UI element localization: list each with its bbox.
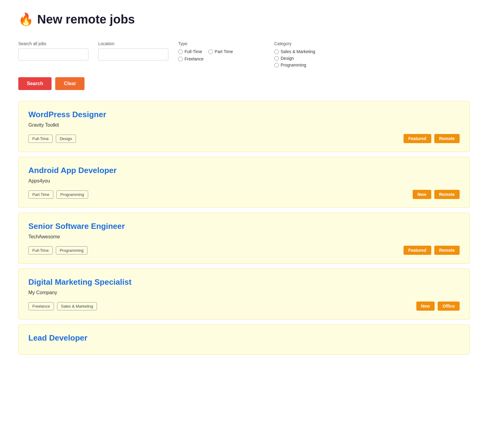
- job-card: WordPress DesignerGravity ToolkitFull-Ti…: [18, 101, 470, 152]
- category-filter-group: Category Sales & Marketing Design Progra…: [274, 41, 315, 67]
- job-tag: Part Time: [28, 190, 53, 199]
- job-tags: Part TimeProgramming: [28, 190, 88, 199]
- search-section: Search all jobs Location Type Full-Time …: [18, 41, 470, 67]
- job-tag: Full-Time: [28, 246, 53, 255]
- job-title[interactable]: Android App Developer: [28, 166, 460, 175]
- job-badge-remote[interactable]: Remote: [434, 134, 460, 143]
- job-tag: Freelance: [28, 302, 54, 310]
- type-filter-label: Type: [178, 41, 264, 46]
- job-company: Apps4you: [28, 178, 460, 184]
- clear-button[interactable]: Clear: [55, 77, 84, 90]
- type-parttime-label: Part Time: [215, 49, 233, 54]
- job-badge-featured[interactable]: Featured: [404, 134, 431, 143]
- category-programming-option[interactable]: Programming: [274, 63, 315, 67]
- search-jobs-input[interactable]: [18, 49, 88, 60]
- job-title[interactable]: Lead Developer: [28, 333, 460, 343]
- category-filter-label: Category: [274, 41, 315, 46]
- page-header: 🔥 New remote jobs: [18, 12, 470, 27]
- category-programming-radio[interactable]: [274, 63, 279, 67]
- job-badge-remote[interactable]: Remote: [434, 190, 460, 199]
- search-button[interactable]: Search: [18, 77, 52, 90]
- job-card: Lead Developer: [18, 324, 470, 355]
- category-sales-radio[interactable]: [274, 49, 279, 54]
- job-tag: Full-Time: [28, 135, 53, 143]
- fire-icon: 🔥: [18, 12, 34, 27]
- job-footer: FreelanceSales & MarketingNewOffice: [28, 302, 460, 311]
- search-location-input[interactable]: [98, 49, 168, 60]
- job-list: WordPress DesignerGravity ToolkitFull-Ti…: [18, 101, 470, 355]
- job-badges: FeaturedRemote: [404, 246, 460, 255]
- type-fulltime-label: Full-Time: [185, 49, 202, 54]
- job-tag: Programming: [56, 190, 88, 199]
- category-design-label: Design: [281, 56, 294, 61]
- type-radio-options: Full-Time Part Time Freelance: [178, 49, 264, 61]
- type-freelance-radio[interactable]: [178, 57, 183, 61]
- search-location-label: Location: [98, 41, 168, 46]
- job-footer: Part TimeProgrammingNewRemote: [28, 190, 460, 199]
- job-tags: Full-TimeProgramming: [28, 246, 88, 255]
- job-badges: FeaturedRemote: [404, 134, 460, 143]
- type-freelance-option[interactable]: Freelance: [178, 56, 264, 61]
- job-tag: Design: [56, 135, 76, 143]
- job-title[interactable]: Digital Marketing Specialist: [28, 277, 460, 287]
- job-badge-new[interactable]: New: [416, 302, 435, 311]
- job-tags: FreelanceSales & Marketing: [28, 302, 97, 310]
- type-freelance-label: Freelance: [185, 56, 203, 61]
- category-options: Sales & Marketing Design Programming: [274, 49, 315, 67]
- button-row: Search Clear: [18, 77, 470, 90]
- category-sales-option[interactable]: Sales & Marketing: [274, 49, 315, 54]
- job-tags: Full-TimeDesign: [28, 135, 76, 143]
- job-badges: NewRemote: [413, 190, 460, 199]
- category-sales-label: Sales & Marketing: [281, 49, 315, 54]
- job-tag: Sales & Marketing: [57, 302, 97, 310]
- search-location-group: Location: [98, 41, 168, 60]
- job-company: Gravity Toolkit: [28, 122, 460, 128]
- job-card: Android App DeveloperApps4youPart TimePr…: [18, 157, 470, 208]
- job-badge-remote[interactable]: Remote: [434, 246, 460, 255]
- job-badge-new[interactable]: New: [413, 190, 431, 199]
- job-card: Digital Marketing SpecialistMy CompanyFr…: [18, 269, 470, 320]
- job-badges: NewOffice: [416, 302, 460, 311]
- category-design-option[interactable]: Design: [274, 56, 315, 61]
- search-jobs-group: Search all jobs: [18, 41, 88, 60]
- search-jobs-label: Search all jobs: [18, 41, 88, 46]
- type-parttime-option[interactable]: Part Time: [208, 49, 233, 54]
- page-title: New remote jobs: [37, 13, 135, 26]
- job-badge-featured[interactable]: Featured: [404, 246, 431, 255]
- type-fulltime-option[interactable]: Full-Time: [178, 49, 202, 54]
- job-card: Senior Software EngineerTechAwesomeFull-…: [18, 213, 470, 264]
- job-title[interactable]: WordPress Designer: [28, 110, 460, 119]
- job-tag: Programming: [56, 246, 88, 255]
- job-company: TechAwesome: [28, 234, 460, 240]
- category-programming-label: Programming: [281, 63, 306, 67]
- job-footer: Full-TimeDesignFeaturedRemote: [28, 134, 460, 143]
- category-design-radio[interactable]: [274, 56, 279, 61]
- type-fulltime-radio[interactable]: [178, 49, 183, 54]
- job-company: My Company: [28, 290, 460, 295]
- job-title[interactable]: Senior Software Engineer: [28, 222, 460, 231]
- job-badge-office[interactable]: Office: [438, 302, 460, 311]
- type-parttime-radio[interactable]: [208, 49, 213, 54]
- job-footer: Full-TimeProgrammingFeaturedRemote: [28, 246, 460, 255]
- type-filter-group: Type Full-Time Part Time Freelance: [178, 41, 264, 61]
